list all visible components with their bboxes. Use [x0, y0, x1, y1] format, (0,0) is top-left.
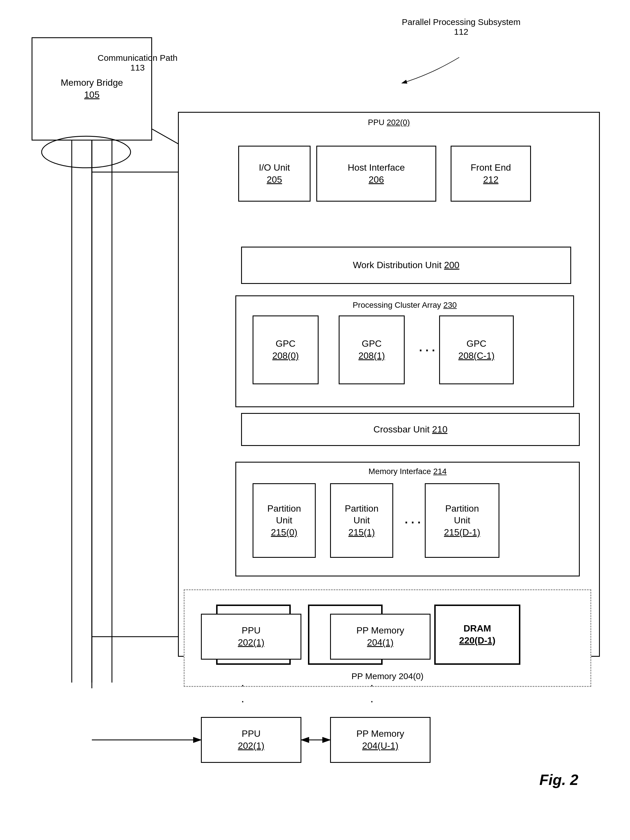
gpc-c1-box: GPC 208(C-1) [439, 316, 514, 384]
io-unit-number: 205 [267, 174, 282, 186]
dram-d1-box: DRAM 220(D-1) [434, 605, 520, 665]
ppu-202-1-label: PPU [242, 625, 261, 637]
front-end-label: Front End [471, 162, 511, 174]
dram-d1-label: DRAM [464, 623, 491, 635]
dram-d1-number: 220(D-1) [459, 635, 495, 647]
gpc-0-label: GPC [275, 338, 295, 350]
io-unit-box: I/O Unit 205 [238, 146, 310, 202]
gpc-1-number: 208(1) [358, 350, 385, 362]
io-unit-label: I/O Unit [259, 162, 290, 174]
work-distribution-label: Work Distribution Unit 200 [353, 259, 459, 271]
pu-d1-number: 215(D-1) [444, 527, 480, 538]
pp-memory-0-label: PP Memory 204(0) [351, 671, 423, 682]
gpc-c1-label: GPC [466, 338, 486, 350]
pu-dots: · · · [405, 516, 421, 529]
gpc-0-box: GPC 208(0) [253, 316, 318, 384]
gpc-1-box: GPC 208(1) [339, 316, 405, 384]
host-interface-box: Host Interface 206 [316, 146, 436, 202]
pp-memory-1-number: 204(1) [367, 637, 394, 649]
ppu-202-1b-box: PPU 202(1) [201, 717, 301, 763]
crossbar-unit-box: Crossbar Unit 210 [241, 413, 580, 446]
gpc-dots: · · · [419, 344, 435, 357]
partition-unit-d1-box: PartitionUnit 215(D-1) [425, 483, 499, 558]
memory-bridge-number: 105 [84, 89, 99, 101]
pp-subsystem-label: Parallel Processing Subsystem 112 [402, 17, 521, 37]
svg-point-36 [42, 136, 131, 168]
pp-memory-u1-box: PP Memory 204(U-1) [330, 717, 431, 763]
fig-label: Fig. 2 [539, 771, 578, 788]
pu-1-label: PartitionUnit [345, 503, 378, 527]
pca-label: Processing Cluster Array 230 [353, 300, 457, 310]
front-end-number: 212 [483, 174, 498, 186]
crossbar-unit-label: Crossbar Unit 210 [374, 423, 448, 436]
ppu-202-1b-label: PPU [242, 728, 261, 740]
work-distribution-box: Work Distribution Unit 200 [241, 246, 571, 284]
pp-memory-1-box: PP Memory 204(1) [330, 614, 431, 660]
mi-label: Memory Interface 214 [369, 467, 446, 476]
pu-0-label: PartitionUnit [267, 503, 301, 527]
communication-path-label: Communication Path 113 [98, 53, 177, 73]
pu-0-number: 215(0) [271, 527, 298, 538]
partition-unit-1-box: PartitionUnit 215(1) [330, 483, 393, 558]
partition-unit-0-box: PartitionUnit 215(0) [253, 483, 316, 558]
pu-d1-label: PartitionUnit [445, 503, 479, 527]
host-interface-label: Host Interface [348, 162, 405, 174]
memory-bridge-box: Memory Bridge 105 [32, 37, 152, 141]
ppu-202-1b-number: 202(1) [238, 740, 264, 752]
gpc-0-number: 208(0) [272, 350, 299, 362]
memory-bridge-label: Memory Bridge [61, 77, 123, 89]
pu-1-number: 215(1) [348, 527, 375, 538]
ppu-label: PPU 202(0) [368, 118, 410, 127]
ppu-202-1-number: 202(1) [238, 637, 264, 649]
front-end-box: Front End 212 [451, 146, 531, 202]
ppu-202-1-box: PPU 202(1) [201, 614, 301, 660]
host-interface-number: 206 [369, 174, 384, 186]
pp-memory-u1-label: PP Memory [356, 728, 404, 740]
pp-memory-1-label: PP Memory [356, 625, 404, 637]
pp-memory-u1-number: 204(U-1) [362, 740, 398, 752]
gpc-c1-number: 208(C-1) [458, 350, 494, 362]
gpc-1-label: GPC [362, 338, 381, 350]
